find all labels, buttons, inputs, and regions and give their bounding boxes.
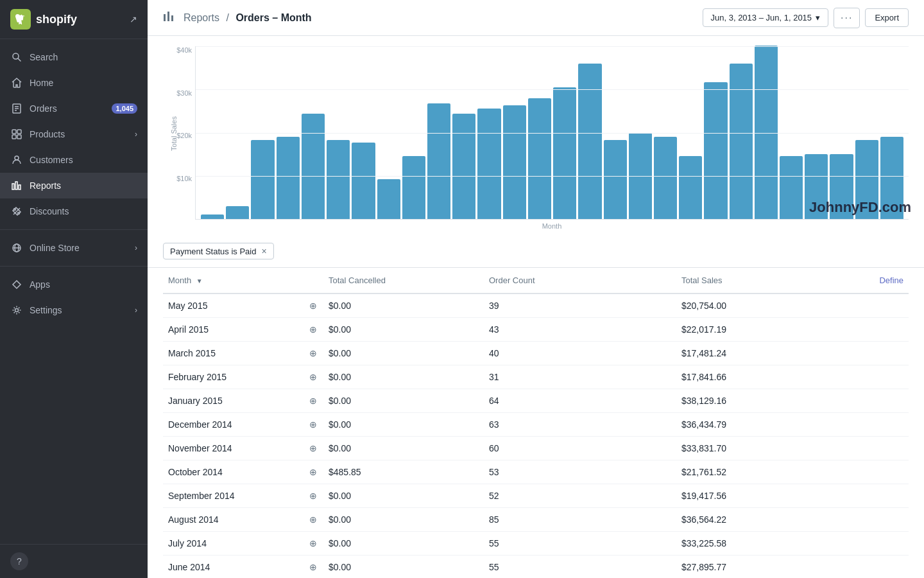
- col-header-cancelled: Total Cancelled: [323, 268, 484, 293]
- cell-month: April 2015: [163, 318, 304, 342]
- cell-expand[interactable]: ⊕: [304, 318, 323, 342]
- cell-month: June 2014: [163, 556, 304, 579]
- sidebar-logo[interactable]: shopify ↗: [0, 0, 148, 39]
- cell-cancelled: $485.85: [323, 460, 484, 484]
- cell-expand[interactable]: ⊕: [304, 556, 323, 579]
- cell-month: March 2015: [163, 342, 304, 365]
- y-label-30k: $30k: [176, 89, 192, 97]
- table-body: May 2015 ⊕ $0.00 39 $20,754.00 April 201…: [163, 293, 909, 578]
- y-label-10k: $10k: [176, 175, 192, 182]
- export-button[interactable]: Export: [865, 8, 909, 27]
- cell-cancelled: $0.00: [323, 293, 484, 318]
- breadcrumb-parent[interactable]: Reports: [184, 12, 219, 23]
- cell-define: [837, 342, 909, 365]
- cell-sales: $36,564.22: [676, 508, 837, 532]
- cell-define: [837, 293, 909, 318]
- sidebar-item-apps[interactable]: Apps: [0, 272, 148, 297]
- cell-define: [837, 365, 909, 389]
- cell-expand[interactable]: ⊕: [304, 437, 323, 460]
- cell-expand[interactable]: ⊕: [304, 508, 323, 532]
- orders-table: Month ▼ Total Cancelled Order Count Tota…: [163, 268, 909, 578]
- table-row: September 2014 ⊕ $0.00 52 $19,417.56: [163, 484, 909, 508]
- more-options-button[interactable]: ···: [834, 8, 860, 28]
- orders-badge: 1,045: [112, 103, 137, 114]
- table-row: July 2014 ⊕ $0.00 55 $33,225.58: [163, 532, 909, 556]
- products-chevron-icon: ›: [135, 130, 137, 139]
- sidebar-item-home[interactable]: Home: [0, 70, 148, 96]
- filter-tag-remove-button[interactable]: ×: [261, 246, 266, 256]
- sidebar-item-settings[interactable]: Settings ›: [0, 297, 148, 323]
- cell-month: May 2015: [163, 293, 304, 318]
- cell-define: [837, 460, 909, 484]
- table-row: January 2015 ⊕ $0.00 64 $38,129.16: [163, 389, 909, 413]
- cell-month: September 2014: [163, 484, 304, 508]
- cell-expand[interactable]: ⊕: [304, 293, 323, 318]
- filter-tag-label: Payment Status is Paid: [170, 247, 256, 256]
- content-area: Total Sales $40k $30k $20k $10k: [148, 36, 924, 578]
- define-link[interactable]: Define: [879, 276, 903, 285]
- main-content: Reports / Orders – Month Jun, 3, 2013 – …: [148, 0, 924, 578]
- cell-expand[interactable]: ⊕: [304, 484, 323, 508]
- cell-cancelled: $0.00: [323, 413, 484, 437]
- help-button[interactable]: ?: [10, 552, 28, 570]
- cell-expand[interactable]: ⊕: [304, 389, 323, 413]
- cell-expand[interactable]: ⊕: [304, 413, 323, 437]
- cell-count: 64: [484, 389, 676, 413]
- col-header-month[interactable]: Month ▼: [163, 268, 304, 293]
- cell-sales: $20,754.00: [676, 293, 837, 318]
- cell-expand[interactable]: ⊕: [304, 342, 323, 365]
- sidebar-item-search[interactable]: Search: [0, 44, 148, 70]
- sort-icon: ▼: [196, 277, 203, 285]
- sidebar-item-reports[interactable]: Reports: [0, 173, 148, 198]
- sidebar-item-customers-label: Customers: [30, 155, 137, 165]
- date-range-button[interactable]: Jun, 3, 2013 – Jun, 1, 2015 ▾: [703, 8, 829, 27]
- sidebar-item-products[interactable]: Products ›: [0, 121, 148, 147]
- cell-count: 31: [484, 365, 676, 389]
- y-label-40k: $40k: [176, 46, 192, 54]
- table-row: December 2014 ⊕ $0.00 63 $36,434.79: [163, 413, 909, 437]
- sidebar-nav: Search Home Orders 1,045 Products ›: [0, 39, 148, 544]
- sidebar-footer: ?: [0, 544, 148, 578]
- cell-expand[interactable]: ⊕: [304, 460, 323, 484]
- store-icon: [10, 241, 23, 254]
- sidebar-item-online-store[interactable]: Online Store ›: [0, 235, 148, 261]
- col-header-sales: Total Sales: [676, 268, 837, 293]
- cell-count: 39: [484, 293, 676, 318]
- filter-tag-payment-status[interactable]: Payment Status is Paid ×: [163, 243, 274, 259]
- sidebar-item-orders[interactable]: Orders 1,045: [0, 96, 148, 121]
- cell-define: [837, 389, 909, 413]
- svg-point-20: [15, 309, 19, 312]
- cell-sales: $17,481.24: [676, 342, 837, 365]
- cell-cancelled: $0.00: [323, 318, 484, 342]
- cell-count: 63: [484, 413, 676, 437]
- cell-cancelled: $0.00: [323, 508, 484, 532]
- svg-rect-11: [12, 184, 14, 189]
- sidebar-item-settings-label: Settings: [30, 305, 135, 315]
- cell-expand[interactable]: ⊕: [304, 532, 323, 556]
- filter-area: Payment Status is Paid ×: [148, 235, 924, 268]
- cell-define: [837, 484, 909, 508]
- sidebar-item-discounts-label: Discounts: [30, 206, 137, 216]
- online-store-chevron-icon: ›: [135, 243, 137, 252]
- sidebar-item-orders-label: Orders: [30, 103, 112, 114]
- svg-rect-22: [167, 12, 169, 21]
- external-link-icon[interactable]: ↗: [130, 14, 137, 24]
- cell-cancelled: $0.00: [323, 532, 484, 556]
- breadcrumb-current: Orders – Month: [235, 12, 311, 23]
- cell-sales: $36,434.79: [676, 413, 837, 437]
- cell-expand[interactable]: ⊕: [304, 365, 323, 389]
- col-header-define: Define: [837, 268, 909, 293]
- cell-count: 85: [484, 508, 676, 532]
- shopify-logo-icon: [10, 9, 31, 30]
- cell-count: 55: [484, 532, 676, 556]
- cell-cancelled: $0.00: [323, 365, 484, 389]
- table-row: May 2015 ⊕ $0.00 39 $20,754.00: [163, 293, 909, 318]
- sidebar-item-discounts[interactable]: Discounts: [0, 198, 148, 224]
- cell-month: January 2015: [163, 389, 304, 413]
- sidebar-item-customers[interactable]: Customers: [0, 147, 148, 173]
- page-header: Reports / Orders – Month Jun, 3, 2013 – …: [148, 0, 924, 36]
- header-actions: Jun, 3, 2013 – Jun, 1, 2015 ▾ ··· Export: [703, 8, 909, 28]
- col-header-count: Order Count: [484, 268, 676, 293]
- cell-count: 53: [484, 460, 676, 484]
- cell-count: 40: [484, 342, 676, 365]
